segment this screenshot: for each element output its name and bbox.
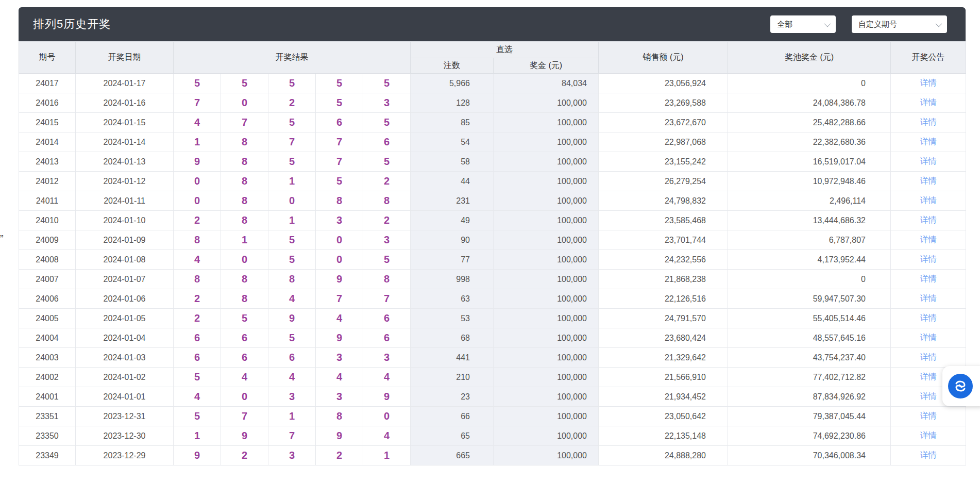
bets-cell: 23 <box>411 387 494 407</box>
sales-cell: 24,798,832 <box>599 191 728 211</box>
result-number: 5 <box>268 250 316 270</box>
jackpot-cell: 0 <box>728 270 891 289</box>
result-number: 5 <box>174 368 221 387</box>
result-number: 3 <box>316 211 363 230</box>
result-number: 5 <box>316 172 363 191</box>
detail-link[interactable]: 详情 <box>920 157 937 165</box>
detail-link[interactable]: 详情 <box>920 118 937 126</box>
detail-cell: 详情 <box>891 191 966 211</box>
detail-link[interactable]: 详情 <box>920 255 937 263</box>
result-number: 8 <box>316 191 363 211</box>
result-number: 1 <box>363 446 411 466</box>
table-row: 240032024-01-0366633441100,00021,329,642… <box>19 348 966 368</box>
prize-cell: 100,000 <box>494 113 599 132</box>
sales-cell: 24,888,280 <box>599 446 728 466</box>
result-number: 3 <box>268 446 316 466</box>
detail-link[interactable]: 详情 <box>920 78 937 87</box>
result-number: 1 <box>268 172 316 191</box>
date-cell: 2024-01-03 <box>76 348 174 368</box>
table-row: 233512023-12-315718066100,00023,050,6427… <box>19 407 966 426</box>
result-number: 2 <box>174 289 221 309</box>
table-row: 240012024-01-014033923100,00021,934,4528… <box>19 387 966 407</box>
result-number: 4 <box>174 113 221 132</box>
detail-cell: 详情 <box>891 211 966 230</box>
result-number: 2 <box>268 93 316 113</box>
detail-link[interactable]: 详情 <box>920 98 937 107</box>
result-number: 5 <box>316 93 363 113</box>
date-cell: 2024-01-15 <box>76 113 174 132</box>
result-number: 2 <box>316 446 363 466</box>
sales-cell: 22,987,068 <box>599 132 728 152</box>
detail-link[interactable]: 详情 <box>920 392 937 401</box>
detail-cell: 详情 <box>891 270 966 289</box>
issue-cell: 24017 <box>19 74 76 93</box>
result-number: 5 <box>268 74 316 93</box>
date-cell: 2024-01-04 <box>76 328 174 348</box>
bets-cell: 65 <box>411 426 494 446</box>
detail-link[interactable]: 详情 <box>920 235 937 244</box>
col-header-result: 开奖结果 <box>174 42 411 74</box>
result-number: 7 <box>316 152 363 172</box>
result-number: 6 <box>363 309 411 328</box>
bets-cell: 210 <box>411 368 494 387</box>
result-number: 5 <box>268 152 316 172</box>
detail-link[interactable]: 详情 <box>920 431 937 440</box>
result-number: 2 <box>363 172 411 191</box>
filter-select-period-value: 自定义期号 <box>858 20 897 29</box>
detail-link[interactable]: 详情 <box>920 411 937 420</box>
detail-cell: 详情 <box>891 407 966 426</box>
col-header-jackpot: 奖池奖金 (元) <box>728 42 891 74</box>
result-number: 8 <box>174 270 221 289</box>
lottery-history-panel: 排列5历史开奖 全部 自定义期号 期号 开奖日期 开奖结果 直选 销售额 (元)… <box>19 7 966 466</box>
result-number: 8 <box>221 191 268 211</box>
issue-cell: 24007 <box>19 270 76 289</box>
detail-link[interactable]: 详情 <box>920 294 937 303</box>
detail-link[interactable]: 详情 <box>920 196 937 205</box>
result-number: 1 <box>174 426 221 446</box>
filter-select-all[interactable]: 全部 <box>770 15 836 33</box>
bets-cell: 85 <box>411 113 494 132</box>
detail-link[interactable]: 详情 <box>920 333 937 342</box>
table-row: 240042024-01-046659668100,00023,680,4244… <box>19 328 966 348</box>
result-number: 6 <box>221 328 268 348</box>
result-number: 3 <box>316 387 363 407</box>
date-cell: 2023-12-31 <box>76 407 174 426</box>
detail-cell: 详情 <box>891 93 966 113</box>
result-number: 8 <box>221 172 268 191</box>
result-number: 9 <box>174 446 221 466</box>
table-row: 240172024-01-17555555,96684,03423,056,92… <box>19 74 966 93</box>
result-number: 9 <box>363 387 411 407</box>
bets-cell: 998 <box>411 270 494 289</box>
filter-select-period[interactable]: 自定义期号 <box>852 15 947 33</box>
jackpot-cell: 6,787,807 <box>728 230 891 250</box>
bets-cell: 231 <box>411 191 494 211</box>
floating-widget-button[interactable] <box>942 366 980 406</box>
detail-link[interactable]: 详情 <box>920 372 937 381</box>
jackpot-cell: 4,173,952.44 <box>728 250 891 270</box>
detail-link[interactable]: 详情 <box>920 274 937 283</box>
detail-link[interactable]: 详情 <box>920 451 937 459</box>
result-number: 0 <box>363 407 411 426</box>
prize-cell: 100,000 <box>494 368 599 387</box>
table-row: 240152024-01-154756585100,00023,672,6702… <box>19 113 966 132</box>
result-number: 3 <box>363 348 411 368</box>
result-number: 0 <box>221 250 268 270</box>
detail-link[interactable]: 详情 <box>920 313 937 322</box>
detail-link[interactable]: 详情 <box>920 353 937 361</box>
date-cell: 2024-01-17 <box>76 74 174 93</box>
detail-link[interactable]: 详情 <box>920 137 937 146</box>
result-number: 9 <box>268 309 316 328</box>
jackpot-cell: 43,754,237.40 <box>728 348 891 368</box>
prize-cell: 100,000 <box>494 152 599 172</box>
sales-cell: 23,672,670 <box>599 113 728 132</box>
jackpot-cell: 87,834,926.92 <box>728 387 891 407</box>
detail-cell: 详情 <box>891 250 966 270</box>
detail-link[interactable]: 详情 <box>920 215 937 224</box>
prize-cell: 100,000 <box>494 289 599 309</box>
detail-link[interactable]: 详情 <box>920 176 937 185</box>
result-number: 9 <box>316 270 363 289</box>
jackpot-cell: 25,482,288.66 <box>728 113 891 132</box>
jackpot-cell: 55,405,514.46 <box>728 309 891 328</box>
issue-cell: 24004 <box>19 328 76 348</box>
jackpot-cell: 16,519,017.04 <box>728 152 891 172</box>
